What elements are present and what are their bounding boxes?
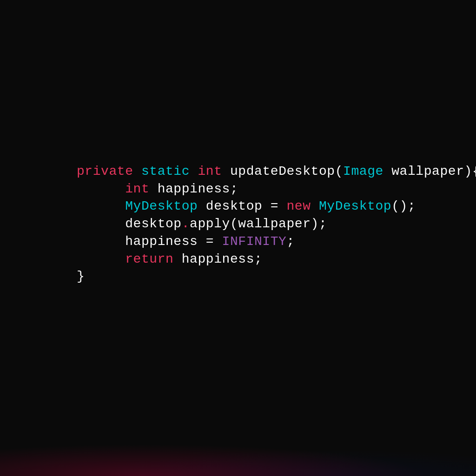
mydesktop-class-2: MyDesktop bbox=[319, 199, 391, 213]
code-line-7: } bbox=[77, 268, 476, 285]
code-line-3: MyDesktop desktop = new MyDesktop(); bbox=[77, 198, 476, 215]
keyword-private: private bbox=[77, 164, 133, 178]
keyword-static: static bbox=[141, 164, 190, 178]
code-block: private static int updateDesktop(Image w… bbox=[0, 163, 476, 286]
method-name: updateDesktop( bbox=[230, 164, 343, 178]
method-signature bbox=[222, 164, 230, 178]
constant-infinity: INFINITY bbox=[222, 234, 287, 249]
keyword-int-2: int bbox=[125, 182, 149, 196]
code-line-5: happiness = INFINITY; bbox=[77, 233, 476, 251]
code-line-6: return happiness; bbox=[77, 251, 476, 268]
code-line-1: private static int updateDesktop(Image w… bbox=[77, 163, 476, 180]
dot-operator: . bbox=[182, 217, 190, 231]
mydesktop-class-1: MyDesktop bbox=[125, 199, 198, 213]
keyword-return: return bbox=[125, 252, 173, 266]
param-name bbox=[383, 164, 391, 178]
keyword-int: int bbox=[198, 164, 222, 178]
code-line-2: int happiness; bbox=[77, 180, 476, 198]
code-line-4: desktop.apply(wallpaper); bbox=[77, 215, 476, 233]
keyword-new: new bbox=[286, 199, 311, 213]
param-type: Image bbox=[343, 164, 383, 178]
